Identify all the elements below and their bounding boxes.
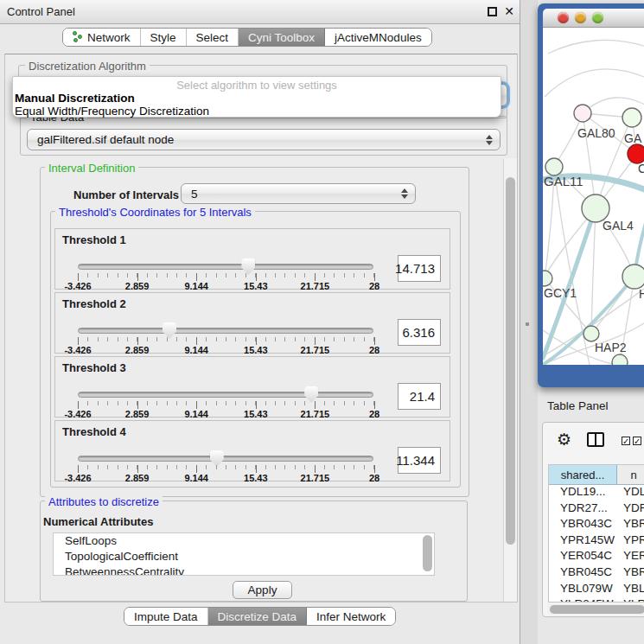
table-row[interactable]: YBL079WYBL0 — [549, 582, 644, 598]
tick-label: 21.715 — [301, 345, 330, 355]
control-panel-titlebar[interactable]: Control Panel ✕ — [0, 0, 520, 24]
node-gal11 — [545, 158, 563, 175]
table-horizontal-scrollbar[interactable] — [548, 604, 644, 615]
column-header-name[interactable]: n — [617, 465, 644, 484]
table-row[interactable]: YPR145WYPR1 — [549, 533, 644, 550]
table-row[interactable]: YDL19...YDL1 — [549, 485, 644, 501]
tick-label: 2.859 — [125, 409, 150, 419]
tick-label: 15.43 — [244, 281, 268, 291]
tick-label: 28 — [369, 409, 379, 419]
tab-cyni-toolbox[interactable]: Cyni Toolbox — [239, 29, 325, 46]
minimize-traffic-light-icon[interactable] — [575, 12, 586, 23]
table-row[interactable]: YDR27...YDR2 — [549, 501, 644, 518]
list-item[interactable]: SelfLoops — [54, 533, 434, 549]
slider-track[interactable] — [78, 264, 373, 270]
node-partial-bottom — [612, 354, 628, 365]
threshold-value-field[interactable]: 14.713 — [398, 255, 441, 282]
gear-icon[interactable]: ⚙ — [557, 430, 571, 449]
node-label-partial-mid: C — [638, 162, 644, 175]
table-row[interactable]: YER054CYER0 — [549, 549, 644, 565]
node-label-partial-right: H — [639, 287, 644, 301]
node-label-gal80: GAL80 — [577, 126, 615, 140]
algorithm-option-equal-width[interactable]: Equal Width/Frequency Discretization — [15, 105, 209, 118]
list-item[interactable]: TopologicalCoefficient — [54, 549, 434, 564]
network-canvas[interactable]: GAL80 GA C GAL11 GAL4 GCY1 H HAP2 — [543, 28, 644, 365]
slider-track[interactable] — [78, 456, 373, 462]
slider-tick-labels: -3.4262.8599.14415.4321.71528 — [78, 409, 374, 419]
node-partial-top — [622, 108, 641, 127]
slider-track[interactable] — [78, 328, 373, 334]
table-row[interactable]: YBR045CYBR0 — [549, 565, 644, 582]
network-view-window[interactable]: GAL80 GA C GAL11 GAL4 GCY1 H HAP2 — [538, 3, 644, 387]
tick-label: 28 — [369, 281, 379, 291]
node-hap2 — [583, 326, 599, 341]
slider-track[interactable] — [78, 392, 373, 398]
slider-major-ticks — [78, 337, 374, 345]
tab-discretize-data[interactable]: Discretize Data — [208, 608, 308, 625]
node-label-gcy1: GCY1 — [544, 286, 577, 300]
threshold-label: Threshold 1 — [62, 233, 126, 246]
attributes-scrollbar-thumb[interactable] — [423, 535, 432, 571]
network-graph: GAL80 GA C GAL11 GAL4 GCY1 H HAP2 — [543, 28, 644, 365]
combo-stepper-icon — [401, 188, 408, 199]
tick-label: 2.859 — [125, 345, 150, 355]
threshold-slider[interactable]: -3.4262.8599.14415.4321.71528 — [78, 388, 373, 418]
threshold-slider[interactable]: -3.4262.8599.14415.4321.71528 — [78, 452, 373, 481]
numerical-attributes-list[interactable]: SelfLoops TopologicalCoefficient Between… — [53, 532, 435, 576]
node-gcy1 — [543, 271, 552, 286]
network-window-titlebar[interactable] — [543, 9, 644, 28]
tab-jactivemnodules[interactable]: jActiveMNodules — [325, 29, 431, 46]
close-icon[interactable]: ✕ — [504, 4, 514, 18]
threshold-value-field[interactable]: 6.316 — [398, 319, 441, 346]
tab-select[interactable]: Select — [187, 29, 239, 46]
column-header-shared-name[interactable]: shared... — [549, 465, 617, 484]
node-label-gal4: GAL4 — [603, 219, 634, 233]
settings-scrollbar-thumb[interactable] — [506, 177, 515, 545]
list-item[interactable]: BetweennessCentrality — [54, 564, 434, 576]
tab-network[interactable]: Network — [63, 29, 141, 46]
threshold-slider[interactable]: -3.4262.8599.14415.4321.71528 — [78, 324, 373, 354]
slider-major-ticks — [78, 273, 374, 281]
table-toolbar: ⚙ ✓ ✓ — [543, 423, 644, 459]
split-columns-icon[interactable] — [587, 432, 604, 447]
slider-tick-labels: -3.4262.8599.14415.4321.71528 — [78, 473, 374, 483]
panel-splitter[interactable] — [520, 0, 538, 644]
close-traffic-light-icon[interactable] — [558, 12, 569, 23]
threshold-panel-3: Threshold 3 -3.4262.8599.14415.4321.7152… — [54, 356, 450, 418]
apply-button[interactable]: Apply — [233, 581, 292, 599]
table-data-combo[interactable]: galFiltered.sif default node — [27, 129, 501, 150]
tab-infer-network[interactable]: Infer Network — [307, 608, 395, 625]
threshold-value-field[interactable]: 11.344 — [398, 447, 441, 474]
tick-label: 9.144 — [184, 409, 208, 419]
threshold-slider[interactable]: -3.4262.8599.14415.4321.71528 — [78, 260, 373, 290]
tick-label: 2.859 — [125, 281, 150, 291]
table-row[interactable]: YLR345WYLR3 — [549, 597, 644, 603]
splitter-handle[interactable] — [526, 322, 529, 326]
table-scrollbar-thumb[interactable] — [550, 605, 644, 614]
float-window-icon[interactable] — [488, 7, 497, 16]
tick-label: 9.144 — [184, 473, 208, 483]
table-row[interactable]: YBR043CYBR0 — [549, 517, 644, 533]
num-intervals-value: 5 — [191, 188, 198, 201]
settings-scrollbar[interactable] — [503, 158, 517, 602]
threshold-value-field[interactable]: 21.4 — [398, 383, 441, 410]
slider-tick-labels: -3.4262.8599.14415.4321.71528 — [78, 345, 374, 355]
tick-label: -3.426 — [64, 409, 91, 419]
tick-label: -3.426 — [64, 281, 91, 291]
num-intervals-combo[interactable]: 5 — [181, 183, 416, 204]
thresholds-group-label: Threshold's Coordinates for 5 Intervals — [55, 206, 255, 219]
discretization-algorithm-label: Discretization Algorithm — [25, 60, 150, 73]
algorithm-option-manual[interactable]: Manual Discretization — [15, 92, 135, 105]
tab-impute-data[interactable]: Impute Data — [124, 608, 208, 625]
checkbox-icon[interactable]: ✓ — [622, 437, 630, 445]
table-panel-title: Table Panel — [547, 399, 609, 412]
attributes-group-label: Attributes to discretize — [45, 495, 163, 508]
window-title: Control Panel — [7, 5, 75, 18]
tab-style[interactable]: Style — [141, 29, 187, 46]
tick-label: -3.426 — [64, 345, 91, 355]
node-table: shared... n YDL19...YDL1 YDR27...YDR2 YB… — [548, 464, 644, 603]
node-label-hap2: HAP2 — [595, 341, 627, 354]
checkbox-icon[interactable]: ✓ — [633, 437, 641, 445]
zoom-traffic-light-icon[interactable] — [592, 12, 603, 23]
tick-label: 21.715 — [301, 473, 330, 483]
